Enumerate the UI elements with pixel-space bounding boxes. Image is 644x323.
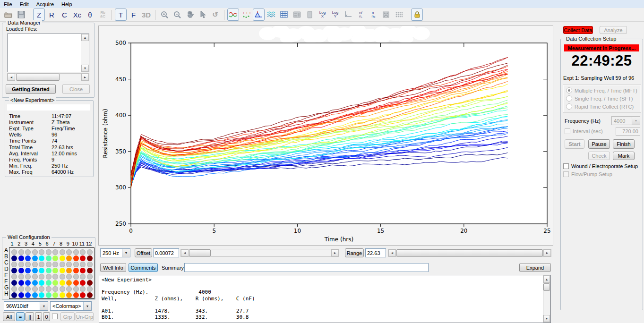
well-F11[interactable] — [80, 280, 86, 286]
colormap-select[interactable]: <Colormap>▼ — [50, 301, 92, 311]
well-B2[interactable] — [18, 255, 24, 261]
scroll-thumb[interactable] — [396, 249, 543, 256]
time-mode-t-button[interactable]: T — [115, 8, 127, 21]
well-B8[interactable] — [60, 255, 65, 261]
well-F9[interactable] — [66, 280, 72, 286]
well-C12[interactable] — [87, 262, 93, 267]
well-C7[interactable] — [52, 262, 58, 267]
well-B3[interactable] — [25, 255, 31, 261]
well-G7[interactable] — [52, 286, 58, 292]
getting-started-button[interactable]: Getting Started — [6, 84, 56, 94]
well-G5[interactable] — [39, 286, 44, 292]
finish-button[interactable]: Finish — [613, 139, 635, 149]
marker-plot-button[interactable] — [253, 8, 265, 21]
scroll-up-button[interactable]: ▲ — [81, 34, 89, 41]
frequency-display-select[interactable]: 250 Hz▼ — [100, 248, 130, 257]
well-A3[interactable] — [25, 249, 31, 255]
well-H3[interactable] — [25, 292, 31, 298]
scroll-left-button[interactable]: ◄ — [388, 249, 396, 256]
well-E6[interactable] — [46, 274, 52, 280]
well-C10[interactable] — [73, 262, 79, 267]
well-E11[interactable] — [80, 274, 86, 280]
well-A1[interactable] — [11, 249, 17, 255]
well-H12[interactable] — [87, 292, 93, 298]
filter-checkbox[interactable] — [52, 314, 58, 319]
well-D5[interactable] — [39, 268, 44, 273]
well-A2[interactable] — [18, 249, 24, 255]
expand-button[interactable]: Expand — [519, 263, 551, 272]
theta-button[interactable]: θ — [84, 8, 96, 21]
well-D2[interactable] — [18, 268, 24, 273]
resistance-r-button[interactable]: R — [46, 8, 58, 21]
well-plate[interactable] — [9, 247, 94, 299]
scroll-up-button[interactable]: ▲ — [543, 276, 550, 283]
scroll-thumb[interactable] — [189, 249, 211, 256]
well-G1[interactable] — [11, 286, 17, 292]
offset-button[interactable]: Offset — [135, 248, 152, 257]
menu-edit[interactable]: Edit — [16, 1, 33, 8]
well-E7[interactable] — [52, 274, 58, 280]
well-H6[interactable] — [46, 292, 52, 298]
impedance-z-button[interactable]: Z — [33, 8, 45, 21]
scroll-left-button[interactable]: ◄ — [181, 249, 189, 256]
well-D6[interactable] — [46, 268, 52, 273]
well-F1[interactable] — [11, 280, 17, 286]
mark-button[interactable]: Mark — [613, 152, 635, 160]
well-F8[interactable] — [60, 280, 65, 286]
well-H8[interactable] — [60, 292, 65, 298]
well-H9[interactable] — [66, 292, 72, 298]
well-C8[interactable] — [60, 262, 65, 267]
scroll-down-button[interactable]: ▼ — [81, 65, 89, 72]
waves-plot-button[interactable] — [266, 8, 277, 21]
well-A7[interactable] — [52, 249, 58, 255]
line-plot-button[interactable] — [227, 8, 239, 21]
menu-acquire[interactable]: Acquire — [33, 1, 58, 8]
well-G12[interactable] — [87, 286, 93, 292]
filter-equal-button[interactable]: = — [16, 312, 25, 321]
well-B7[interactable] — [52, 255, 58, 261]
comments-tab[interactable]: Comments — [129, 263, 158, 272]
well-G11[interactable] — [80, 286, 86, 292]
well-E8[interactable] — [60, 274, 65, 280]
scroll-thumb[interactable] — [543, 283, 550, 291]
well-C11[interactable] — [80, 262, 86, 267]
comments-text-area[interactable]: <New Experiment> Frequency (Hz), 4000 We… — [99, 275, 551, 323]
scroll-right-button[interactable]: ► — [331, 249, 339, 256]
menu-file[interactable]: File — [0, 1, 16, 8]
well-A11[interactable] — [80, 249, 86, 255]
pause-button[interactable]: Pause — [588, 139, 610, 149]
menu-help[interactable]: Help — [58, 1, 76, 8]
wound-electroporate-checkbox[interactable]: Wound / Electroporate Setup — [563, 163, 638, 169]
scroll-left-button[interactable]: ◄ — [8, 74, 15, 81]
well-F7[interactable] — [52, 280, 58, 286]
well-H2[interactable] — [18, 292, 24, 298]
well-E4[interactable] — [32, 274, 38, 280]
log-y-button[interactable]: LogY — [329, 8, 341, 21]
well-D9[interactable] — [66, 268, 72, 273]
well-B12[interactable] — [87, 255, 93, 261]
well-D10[interactable] — [73, 268, 79, 273]
well-C5[interactable] — [39, 262, 44, 267]
well-D11[interactable] — [80, 268, 86, 273]
well-F2[interactable] — [18, 280, 24, 286]
well-D1[interactable] — [11, 268, 17, 273]
well-G4[interactable] — [32, 286, 38, 292]
well-A8[interactable] — [60, 249, 65, 255]
well-G6[interactable] — [46, 286, 52, 292]
well-D12[interactable] — [87, 268, 93, 273]
well-E2[interactable] — [18, 274, 24, 280]
well-A6[interactable] — [46, 249, 52, 255]
well-E3[interactable] — [25, 274, 31, 280]
normalize-n0-button[interactable]: n-n₀ — [368, 8, 379, 21]
well-F6[interactable] — [46, 280, 52, 286]
well-B10[interactable] — [73, 255, 79, 261]
well-B4[interactable] — [32, 255, 38, 261]
well-B9[interactable] — [66, 255, 72, 261]
plate-type-select[interactable]: 96W10idf▼ — [4, 301, 48, 311]
well-E9[interactable] — [66, 274, 72, 280]
well-B5[interactable] — [39, 255, 44, 261]
log-x-button[interactable]: LogX — [317, 8, 328, 21]
loaded-files-hscroll[interactable]: ◄ ► — [7, 73, 89, 81]
resistance-time-chart[interactable]: 2503003504004505000510152025Time (hrs)Re… — [99, 26, 553, 245]
well-A5[interactable] — [39, 249, 44, 255]
